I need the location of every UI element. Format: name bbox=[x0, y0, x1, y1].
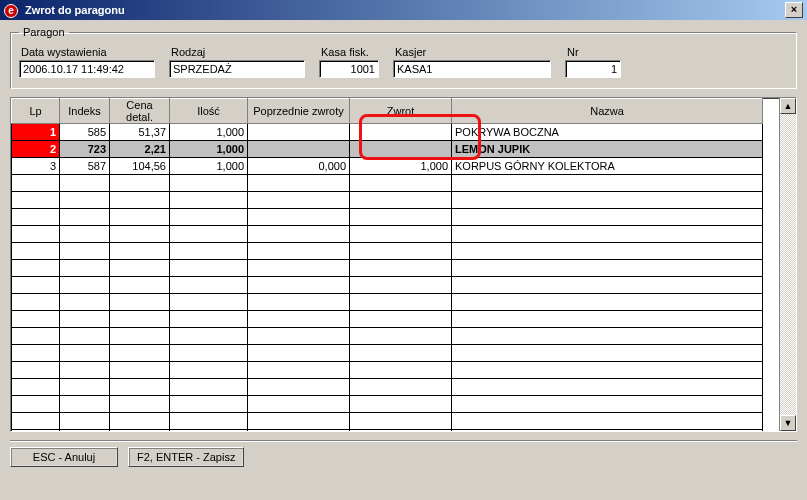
cell-poprz[interactable]: 0,000 bbox=[248, 158, 350, 175]
cell-empty[interactable] bbox=[12, 328, 60, 345]
cell-empty[interactable] bbox=[170, 345, 248, 362]
cell-empty[interactable] bbox=[350, 243, 452, 260]
close-button[interactable]: × bbox=[785, 2, 803, 18]
scroll-track[interactable] bbox=[780, 114, 796, 415]
cell-empty[interactable] bbox=[60, 379, 110, 396]
cell-empty[interactable] bbox=[170, 396, 248, 413]
scroll-down-button[interactable]: ▼ bbox=[780, 415, 796, 431]
cell-empty[interactable] bbox=[170, 226, 248, 243]
cell-empty[interactable] bbox=[170, 209, 248, 226]
cell-empty[interactable] bbox=[350, 209, 452, 226]
cell-poprz[interactable] bbox=[248, 124, 350, 141]
col-header-lp[interactable]: Lp bbox=[12, 99, 60, 124]
cell-empty[interactable] bbox=[110, 277, 170, 294]
cancel-button[interactable]: ESC - Anuluj bbox=[10, 447, 118, 467]
cell-empty[interactable] bbox=[350, 345, 452, 362]
cell-empty[interactable] bbox=[350, 192, 452, 209]
cell-empty[interactable] bbox=[170, 192, 248, 209]
cell-empty[interactable] bbox=[452, 192, 763, 209]
cell-empty[interactable] bbox=[110, 209, 170, 226]
cell-empty[interactable] bbox=[60, 362, 110, 379]
cell-empty[interactable] bbox=[452, 294, 763, 311]
table-row[interactable] bbox=[12, 175, 763, 192]
kasa-fisk-input[interactable] bbox=[319, 60, 379, 78]
cell-empty[interactable] bbox=[60, 277, 110, 294]
cell-empty[interactable] bbox=[110, 311, 170, 328]
cell-empty[interactable] bbox=[248, 345, 350, 362]
cell-empty[interactable] bbox=[60, 226, 110, 243]
cell-empty[interactable] bbox=[110, 226, 170, 243]
cell-empty[interactable] bbox=[60, 396, 110, 413]
cell-empty[interactable] bbox=[248, 209, 350, 226]
table-row[interactable] bbox=[12, 379, 763, 396]
cell-empty[interactable] bbox=[248, 362, 350, 379]
cell-empty[interactable] bbox=[248, 260, 350, 277]
cell-empty[interactable] bbox=[12, 175, 60, 192]
cell-empty[interactable] bbox=[60, 260, 110, 277]
cell-zwrot[interactable]: 1,000 bbox=[350, 158, 452, 175]
cell-empty[interactable] bbox=[110, 294, 170, 311]
cell-empty[interactable] bbox=[60, 175, 110, 192]
cell-empty[interactable] bbox=[170, 175, 248, 192]
cell-empty[interactable] bbox=[60, 345, 110, 362]
cell-empty[interactable] bbox=[350, 413, 452, 430]
col-header-indeks[interactable]: Indeks bbox=[60, 99, 110, 124]
cell-empty[interactable] bbox=[60, 413, 110, 430]
cell-empty[interactable] bbox=[248, 192, 350, 209]
cell-empty[interactable] bbox=[12, 379, 60, 396]
cell-empty[interactable] bbox=[452, 226, 763, 243]
table-row[interactable] bbox=[12, 277, 763, 294]
cell-empty[interactable] bbox=[350, 328, 452, 345]
cell-empty[interactable] bbox=[248, 175, 350, 192]
data-wystawienia-input[interactable] bbox=[19, 60, 155, 78]
grid[interactable]: Lp Indeks Cena detal. Ilość Poprzednie z… bbox=[10, 97, 797, 432]
cell-empty[interactable] bbox=[452, 328, 763, 345]
cell-empty[interactable] bbox=[170, 413, 248, 430]
cell-empty[interactable] bbox=[12, 311, 60, 328]
col-header-cena[interactable]: Cena detal. bbox=[110, 99, 170, 124]
rodzaj-input[interactable] bbox=[169, 60, 305, 78]
cell-empty[interactable] bbox=[12, 294, 60, 311]
cell-empty[interactable] bbox=[60, 192, 110, 209]
cell-cena[interactable]: 104,56 bbox=[110, 158, 170, 175]
table-row[interactable] bbox=[12, 260, 763, 277]
cell-empty[interactable] bbox=[452, 243, 763, 260]
cell-empty[interactable] bbox=[12, 362, 60, 379]
cell-empty[interactable] bbox=[350, 396, 452, 413]
cell-empty[interactable] bbox=[12, 260, 60, 277]
kasjer-input[interactable] bbox=[393, 60, 551, 78]
col-header-poprzednie[interactable]: Poprzednie zwroty bbox=[248, 99, 350, 124]
cell-empty[interactable] bbox=[452, 260, 763, 277]
table-row[interactable] bbox=[12, 243, 763, 260]
table-row[interactable] bbox=[12, 311, 763, 328]
cell-empty[interactable] bbox=[452, 277, 763, 294]
cell-empty[interactable] bbox=[12, 209, 60, 226]
cell-poprz[interactable] bbox=[248, 141, 350, 158]
col-header-ilosc[interactable]: Ilość bbox=[170, 99, 248, 124]
table-row[interactable] bbox=[12, 413, 763, 430]
cell-empty[interactable] bbox=[170, 362, 248, 379]
vertical-scrollbar[interactable]: ▲ ▼ bbox=[779, 98, 796, 431]
cell-indeks[interactable]: 587 bbox=[60, 158, 110, 175]
cell-empty[interactable] bbox=[12, 396, 60, 413]
cell-empty[interactable] bbox=[170, 379, 248, 396]
table-row[interactable]: 3587104,561,0000,0001,000KORPUS GÓRNY KO… bbox=[12, 158, 763, 175]
cell-empty[interactable] bbox=[350, 226, 452, 243]
cell-empty[interactable] bbox=[350, 430, 452, 432]
cell-cena[interactable]: 2,21 bbox=[110, 141, 170, 158]
cell-empty[interactable] bbox=[12, 277, 60, 294]
cell-empty[interactable] bbox=[170, 294, 248, 311]
cell-nazwa[interactable]: POKRYWA BOCZNA bbox=[452, 124, 763, 141]
cell-empty[interactable] bbox=[110, 328, 170, 345]
cell-zwrot[interactable] bbox=[350, 124, 452, 141]
cell-empty[interactable] bbox=[60, 243, 110, 260]
cell-empty[interactable] bbox=[12, 345, 60, 362]
cell-empty[interactable] bbox=[60, 430, 110, 432]
cell-lp[interactable]: 2 bbox=[12, 141, 60, 158]
scroll-up-button[interactable]: ▲ bbox=[780, 98, 796, 114]
cell-empty[interactable] bbox=[452, 311, 763, 328]
cell-indeks[interactable]: 723 bbox=[60, 141, 110, 158]
cell-empty[interactable] bbox=[248, 311, 350, 328]
table-row[interactable] bbox=[12, 396, 763, 413]
table-row[interactable] bbox=[12, 328, 763, 345]
